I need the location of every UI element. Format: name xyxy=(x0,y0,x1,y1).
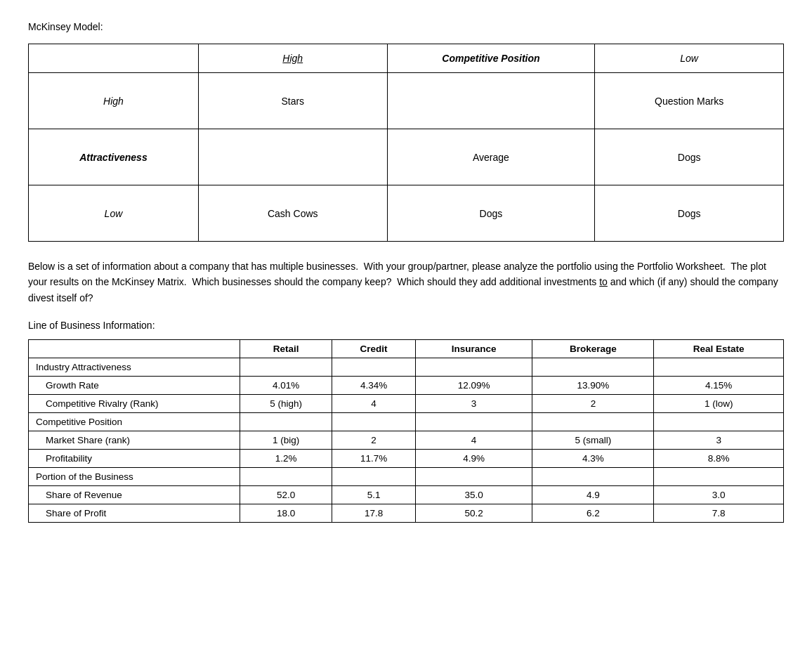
row-growth-rate: Growth Rate 4.01% 4.34% 12.09% 13.90% 4.… xyxy=(29,377,784,395)
row-label-market-share: Market Share (rank) xyxy=(29,431,240,450)
cell-gr-retail: 4.01% xyxy=(240,377,332,395)
cell-pb-insurance xyxy=(415,468,532,486)
cell-ms-insurance: 4 xyxy=(415,431,532,450)
matrix-row3-label: Low xyxy=(29,185,199,242)
matrix-cell-question-marks: Question Marks xyxy=(595,73,784,129)
matrix-row2-label: Attractiveness xyxy=(29,129,199,185)
underline-to: to xyxy=(599,276,608,287)
row-profitability: Profitability 1.2% 11.7% 4.9% 4.3% 8.8% xyxy=(29,450,784,468)
cell-pf-retail: 1.2% xyxy=(240,450,332,468)
cell-pb-retail xyxy=(240,468,332,486)
cell-ia-retail xyxy=(240,358,332,377)
row-portion-of-business: Portion of the Business xyxy=(29,468,784,486)
matrix-cell-empty2 xyxy=(198,129,387,185)
row-share-of-revenue: Share of Revenue 52.0 5.1 35.0 4.9 3.0 xyxy=(29,486,784,504)
col-header-brokerage: Brokerage xyxy=(532,340,654,358)
cell-sop-insurance: 50.2 xyxy=(415,504,532,523)
cell-gr-insurance: 12.09% xyxy=(415,377,532,395)
cell-cp-credit xyxy=(332,413,415,431)
row-label-industry-attractiveness: Industry Attractiveness xyxy=(29,358,240,377)
section-title: Line of Business Information: xyxy=(28,320,784,331)
cell-cr-insurance: 3 xyxy=(415,395,532,413)
row-label-portion-of-business: Portion of the Business xyxy=(29,468,240,486)
cell-sop-retail: 18.0 xyxy=(240,504,332,523)
col-header-retail: Retail xyxy=(240,340,332,358)
row-label-share-of-revenue: Share of Revenue xyxy=(29,486,240,504)
col-header-name xyxy=(29,340,240,358)
cell-sor-credit: 5.1 xyxy=(332,486,415,504)
cell-ia-realestate xyxy=(654,358,784,377)
matrix-cell-stars: Stars xyxy=(198,73,387,129)
cell-sor-brokerage: 4.9 xyxy=(532,486,654,504)
row-label-profitability: Profitability xyxy=(29,450,240,468)
cell-cp-insurance xyxy=(415,413,532,431)
col-header-credit: Credit xyxy=(332,340,415,358)
matrix-cell-empty1 xyxy=(387,73,595,129)
matrix-cell-dogs2: Dogs xyxy=(387,185,595,242)
cell-sor-insurance: 35.0 xyxy=(415,486,532,504)
cell-cp-retail xyxy=(240,413,332,431)
matrix-row-3: Low Cash Cows Dogs Dogs xyxy=(29,185,784,242)
page-title: McKinsey Model: xyxy=(28,21,784,32)
cell-sor-retail: 52.0 xyxy=(240,486,332,504)
row-label-growth-rate: Growth Rate xyxy=(29,377,240,395)
cell-ia-brokerage xyxy=(532,358,654,377)
cell-cr-retail: 5 (high) xyxy=(240,395,332,413)
cell-pb-credit xyxy=(332,468,415,486)
matrix-header-row: High Competitive Position Low xyxy=(29,44,784,73)
col-header-insurance: Insurance xyxy=(415,340,532,358)
description-text: Below is a set of information about a co… xyxy=(28,259,784,306)
col-header-realestate: Real Estate xyxy=(654,340,784,358)
cell-pf-credit: 11.7% xyxy=(332,450,415,468)
row-label-share-of-profit: Share of Profit xyxy=(29,504,240,523)
cell-pf-realestate: 8.8% xyxy=(654,450,784,468)
cell-sop-brokerage: 6.2 xyxy=(532,504,654,523)
cell-ms-realestate: 3 xyxy=(654,431,784,450)
cell-pf-brokerage: 4.3% xyxy=(532,450,654,468)
cell-ms-retail: 1 (big) xyxy=(240,431,332,450)
matrix-header-low: Low xyxy=(595,44,784,73)
matrix-row-2: Attractiveness Average Dogs xyxy=(29,129,784,185)
cell-cp-brokerage xyxy=(532,413,654,431)
cell-ia-insurance xyxy=(415,358,532,377)
cell-sor-realestate: 3.0 xyxy=(654,486,784,504)
cell-pb-brokerage xyxy=(532,468,654,486)
mckinsey-matrix: High Competitive Position Low High Stars… xyxy=(28,44,784,242)
cell-pb-realestate xyxy=(654,468,784,486)
matrix-header-competitive: Competitive Position xyxy=(387,44,595,73)
row-market-share: Market Share (rank) 1 (big) 2 4 5 (small… xyxy=(29,431,784,450)
matrix-corner-empty xyxy=(29,44,199,73)
cell-gr-realestate: 4.15% xyxy=(654,377,784,395)
cell-cp-realestate xyxy=(654,413,784,431)
cell-sop-credit: 17.8 xyxy=(332,504,415,523)
cell-sop-realestate: 7.8 xyxy=(654,504,784,523)
row-share-of-profit: Share of Profit 18.0 17.8 50.2 6.2 7.8 xyxy=(29,504,784,523)
cell-cr-credit: 4 xyxy=(332,395,415,413)
cell-ia-credit xyxy=(332,358,415,377)
matrix-cell-cash-cows: Cash Cows xyxy=(198,185,387,242)
row-competitive-position: Competitive Position xyxy=(29,413,784,431)
cell-pf-insurance: 4.9% xyxy=(415,450,532,468)
cell-cr-realestate: 1 (low) xyxy=(654,395,784,413)
matrix-row1-label: High xyxy=(29,73,199,129)
matrix-cell-average: Average xyxy=(387,129,595,185)
cell-cr-brokerage: 2 xyxy=(532,395,654,413)
matrix-row-1: High Stars Question Marks xyxy=(29,73,784,129)
cell-ms-credit: 2 xyxy=(332,431,415,450)
data-table: Retail Credit Insurance Brokerage Real E… xyxy=(28,339,784,523)
cell-gr-brokerage: 13.90% xyxy=(532,377,654,395)
row-label-competitive-rivalry: Competitive Rivalry (Rank) xyxy=(29,395,240,413)
cell-ms-brokerage: 5 (small) xyxy=(532,431,654,450)
row-industry-attractiveness: Industry Attractiveness xyxy=(29,358,784,377)
cell-gr-credit: 4.34% xyxy=(332,377,415,395)
row-competitive-rivalry: Competitive Rivalry (Rank) 5 (high) 4 3 … xyxy=(29,395,784,413)
matrix-cell-dogs1: Dogs xyxy=(595,129,784,185)
matrix-cell-dogs3: Dogs xyxy=(595,185,784,242)
data-table-header-row: Retail Credit Insurance Brokerage Real E… xyxy=(29,340,784,358)
matrix-header-high: High xyxy=(198,44,387,73)
row-label-competitive-position: Competitive Position xyxy=(29,413,240,431)
